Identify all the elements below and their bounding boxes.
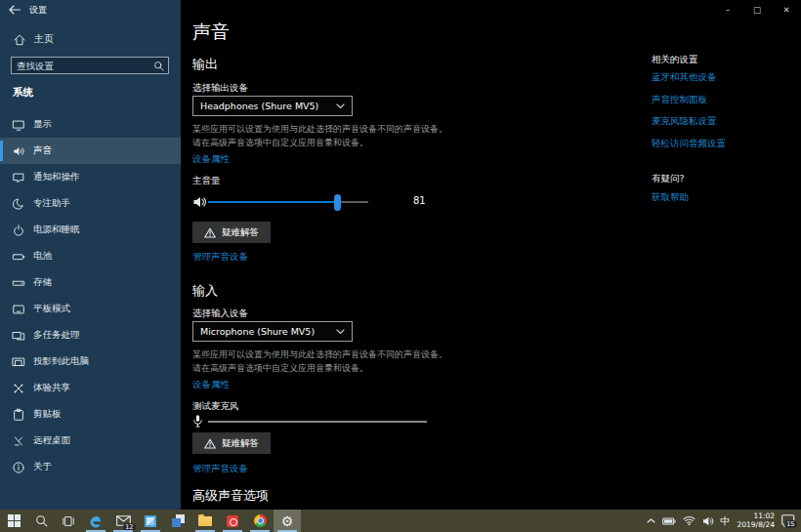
input-description-line1: 某些应用可以设置为使用与此处选择的声音设备不同的声音设备。	[192, 348, 447, 361]
speaker-icon	[192, 196, 207, 208]
photos-icon	[145, 515, 156, 527]
volume-tray-icon[interactable]	[702, 516, 714, 526]
microphone-privacy-link[interactable]: 麦克风隐私设置	[652, 115, 717, 128]
battery-icon[interactable]	[662, 516, 676, 526]
chrome-icon	[254, 514, 267, 527]
input-device-properties-link[interactable]: 设备属性	[192, 379, 230, 391]
get-help-link[interactable]: 获取帮助	[652, 191, 689, 204]
back-button[interactable]	[0, 0, 29, 20]
chevron-down-icon	[336, 329, 345, 335]
file-explorer-taskbar-icon[interactable]	[191, 510, 219, 532]
settings-taskbar-icon[interactable]: ⚙	[274, 510, 301, 532]
sidebar-item-home[interactable]: 主页	[13, 32, 54, 46]
taskbar-clock[interactable]: 11:02 2019/8/24	[738, 512, 775, 529]
search-icon[interactable]	[151, 61, 165, 71]
windows-logo-icon	[8, 514, 21, 527]
close-button[interactable]: ✕	[772, 0, 801, 19]
media-app-taskbar-icon[interactable]	[219, 510, 246, 532]
multitasking-icon	[12, 329, 25, 343]
sidebar-item-projecting[interactable]: 投影到此电脑	[0, 348, 181, 375]
task-view-button[interactable]	[55, 510, 82, 532]
search-icon	[35, 514, 48, 527]
battery-icon	[12, 250, 25, 264]
focus-assist-icon	[12, 197, 25, 211]
input-device-value: Microphone (Shure MV5)	[200, 326, 315, 337]
main-content: – □ ✕ 声音 输出 选择输出设备 Headphones (Shure MV5…	[181, 0, 801, 510]
taskbar: 12 ⚙ 中 11:02 2019/8/24	[0, 510, 801, 532]
sidebar-item-focus-assist[interactable]: 专注助手	[0, 190, 181, 217]
output-device-select[interactable]: Headphones (Shure MV5)	[192, 96, 353, 116]
photos-taskbar-icon[interactable]	[137, 510, 164, 532]
sound-control-panel-link[interactable]: 声音控制面板	[652, 94, 707, 106]
ime-indicator[interactable]: 中	[721, 514, 731, 528]
output-description-line2: 请在高级声音选项中自定义应用音量和设备。	[192, 137, 368, 149]
hidden-icons-chevron[interactable]	[647, 518, 655, 523]
output-device-label: 选择输出设备	[192, 82, 248, 95]
output-section-header: 输出	[192, 56, 218, 73]
settings-window: 设置 主页 系统 显示 声音 通知和操作	[0, 0, 801, 532]
home-icon	[13, 33, 26, 46]
maximize-button[interactable]: □	[742, 0, 772, 19]
input-troubleshoot-button[interactable]: 疑难解答	[192, 432, 271, 454]
sidebar-nav: 显示 声音 通知和操作 专注助手 电源和睡眠 电池	[0, 111, 181, 480]
action-center-badge: 15	[784, 520, 797, 528]
mail-taskbar-icon[interactable]: 12	[109, 510, 137, 532]
edge-taskbar-icon[interactable]	[82, 510, 109, 532]
output-troubleshoot-button[interactable]: 疑难解答	[192, 222, 271, 243]
advanced-sound-section-header: 高级声音选项	[192, 487, 269, 505]
master-volume-label: 主音量	[192, 175, 221, 187]
sidebar-item-multitasking[interactable]: 多任务处理	[0, 322, 181, 348]
sidebar-item-battery[interactable]: 电池	[0, 243, 181, 269]
start-button[interactable]	[0, 510, 27, 532]
volume-value: 81	[413, 195, 426, 206]
sidebar-item-storage[interactable]: 存储	[0, 269, 181, 296]
power-icon	[12, 224, 25, 237]
sidebar: 设置 主页 系统 显示 声音 通知和操作	[0, 0, 181, 510]
shared-experiences-icon	[12, 382, 25, 395]
chrome-taskbar-icon[interactable]	[246, 510, 274, 532]
sidebar-item-about[interactable]: 关于	[0, 454, 181, 480]
output-device-properties-link[interactable]: 设备属性	[192, 153, 230, 166]
sidebar-item-clipboard[interactable]: 剪贴板	[0, 401, 181, 428]
system-tray: 中 11:02 2019/8/24 15	[647, 510, 801, 532]
app-title: 设置	[29, 4, 47, 17]
volume-slider-thumb[interactable]	[334, 194, 341, 211]
microphone-icon	[192, 414, 203, 429]
search-input[interactable]	[12, 61, 151, 71]
warning-icon	[204, 227, 216, 238]
projecting-icon	[12, 355, 25, 369]
settings-search-box[interactable]	[11, 57, 169, 74]
storage-icon	[12, 276, 25, 290]
clock-date: 2019/8/24	[738, 521, 775, 530]
sidebar-item-notifications[interactable]: 通知和操作	[0, 164, 181, 190]
input-section-header: 输入	[192, 282, 218, 300]
volume-slider[interactable]	[208, 201, 368, 203]
translate-icon	[172, 514, 185, 527]
window-controls: – □ ✕	[713, 0, 801, 19]
ease-of-access-audio-link[interactable]: 轻松访问音频设置	[652, 138, 726, 150]
sidebar-item-tablet-mode[interactable]: 平板模式	[0, 296, 181, 322]
bluetooth-devices-link[interactable]: 蓝牙和其他设备	[652, 71, 717, 84]
input-device-label: 选择输入设备	[192, 307, 248, 320]
sidebar-item-sound[interactable]: 声音	[0, 138, 181, 164]
sidebar-item-power-sleep[interactable]: 电源和睡眠	[0, 217, 181, 243]
sidebar-item-display[interactable]: 显示	[0, 111, 181, 138]
minimize-button[interactable]: –	[713, 0, 742, 19]
sound-icon	[12, 144, 25, 158]
remote-desktop-icon	[12, 434, 25, 448]
volume-slider-fill	[208, 201, 338, 203]
sidebar-item-remote-desktop[interactable]: 远程桌面	[0, 428, 181, 454]
wifi-icon[interactable]	[683, 515, 696, 526]
taskbar-search-button[interactable]	[27, 510, 55, 532]
input-manage-devices-link[interactable]: 管理声音设备	[192, 463, 248, 475]
media-app-icon	[227, 515, 238, 527]
sidebar-item-shared-experiences[interactable]: 体验共享	[0, 375, 181, 401]
gear-icon: ⚙	[281, 514, 294, 528]
translate-taskbar-icon[interactable]	[164, 510, 191, 532]
action-center-button[interactable]: 15	[781, 514, 795, 527]
input-device-select[interactable]: Microphone (Shure MV5)	[192, 321, 353, 342]
output-manage-devices-link[interactable]: 管理声音设备	[192, 251, 248, 264]
home-label: 主页	[34, 32, 54, 46]
window-titlebar: 设置	[0, 0, 181, 20]
microphone-test-row	[192, 414, 437, 430]
